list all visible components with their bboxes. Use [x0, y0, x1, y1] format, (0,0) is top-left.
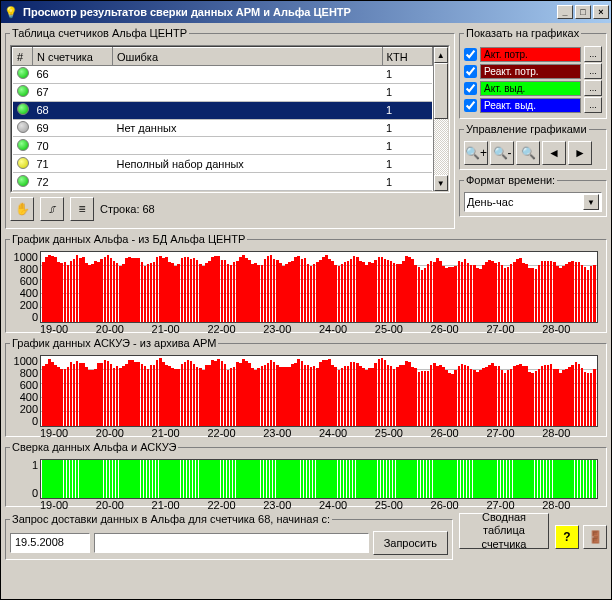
titlebar: 💡 Просмотр результатов сверки данных АРМ… [1, 1, 611, 23]
help-button[interactable]: ? [555, 525, 579, 549]
col-counter[interactable]: N счетчика [33, 48, 113, 66]
status-dot [17, 103, 29, 115]
summary-button[interactable]: Сводная таблица счетчика [459, 513, 549, 549]
pan-right-button[interactable]: ► [568, 141, 592, 165]
table-row[interactable]: 661 [13, 66, 433, 84]
legend-title: Показать на графиках [464, 27, 581, 39]
legend-more-button[interactable]: ... [584, 46, 602, 62]
chevron-down-icon: ▼ [583, 194, 599, 210]
legend-checkbox[interactable] [464, 99, 477, 112]
table-row[interactable]: 671 [13, 83, 433, 101]
tool-button-3[interactable]: ≡ [70, 197, 94, 221]
status-line: Строка: 68 [100, 203, 155, 215]
table-row[interactable]: 721 [13, 173, 433, 191]
status-dot [17, 67, 29, 79]
legend-swatch: Акт. выд. [480, 81, 581, 96]
legend-swatch: Реакт. потр. [480, 64, 581, 79]
chart-3-group: Сверка данных Альфа и АСКУЭ 10 19-0020-0… [5, 441, 607, 507]
chart-controls-title: Управление графиками [464, 123, 589, 135]
counters-table-title: Таблица счетчиков Альфа ЦЕНТР [10, 27, 189, 39]
tool-button-2[interactable]: ⎎ [40, 197, 64, 221]
close-button[interactable]: × [593, 5, 609, 19]
request-group: Запрос доставки данных в Альфа для счетч… [5, 513, 453, 560]
time-format-value: День-час [467, 196, 513, 208]
counters-table-group: Таблица счетчиков Альфа ЦЕНТР # N счетчи… [5, 27, 455, 229]
date-input[interactable]: 19.5.2008 [10, 533, 90, 553]
status-dot [17, 175, 29, 187]
time-format-group: Формат времени: День-час ▼ [459, 174, 607, 217]
table-row[interactable]: 701 [13, 137, 433, 155]
legend-swatch: Акт. потр. [480, 47, 581, 62]
legend-checkbox[interactable] [464, 65, 477, 78]
status-dot [17, 121, 29, 133]
legend-group: Показать на графиках Акт. потр....Реакт.… [459, 27, 607, 119]
minimize-button[interactable]: _ [557, 5, 573, 19]
maximize-button[interactable]: □ [575, 5, 591, 19]
zoom-in-button[interactable]: 🔍+ [464, 141, 488, 165]
chart-controls-group: Управление графиками 🔍+ 🔍- 🔍 ◄ ► [459, 123, 607, 170]
table-row[interactable]: 71Неполный набор данных1 [13, 155, 433, 173]
progress-bar [94, 533, 369, 553]
time-format-title: Формат времени: [464, 174, 557, 186]
zoom-reset-button[interactable]: 🔍 [516, 141, 540, 165]
legend-more-button[interactable]: ... [584, 97, 602, 113]
legend-swatch: Реакт. выд. [480, 98, 581, 113]
scroll-up-button[interactable]: ▲ [434, 47, 448, 63]
window-title: Просмотр результатов сверки данных АРМ и… [23, 6, 557, 18]
time-format-select[interactable]: День-час ▼ [464, 192, 602, 212]
status-dot [17, 85, 29, 97]
legend-checkbox[interactable] [464, 48, 477, 61]
zoom-out-button[interactable]: 🔍- [490, 141, 514, 165]
chart-1-group: График данных Альфа - из БД Альфа ЦЕНТР … [5, 233, 607, 333]
table-scrollbar[interactable]: ▲ ▼ [433, 47, 448, 191]
chart-1-title: График данных Альфа - из БД Альфа ЦЕНТР [10, 233, 247, 245]
legend-more-button[interactable]: ... [584, 63, 602, 79]
scroll-down-button[interactable]: ▼ [434, 175, 448, 191]
counters-table[interactable]: # N счетчика Ошибка КТН 66167168169Нет д… [12, 47, 433, 191]
table-row[interactable]: 69Нет данных1 [13, 119, 433, 137]
status-dot [17, 139, 29, 151]
request-title: Запрос доставки данных в Альфа для счетч… [10, 513, 332, 525]
app-icon: 💡 [3, 4, 19, 20]
tool-button-1[interactable]: ✋ [10, 197, 34, 221]
exit-button[interactable]: 🚪 [583, 525, 607, 549]
col-ktn[interactable]: КТН [382, 48, 432, 66]
legend-checkbox[interactable] [464, 82, 477, 95]
chart-2-group: График данных АСКУЭ - из архива АРМ 1000… [5, 337, 607, 437]
col-error[interactable]: Ошибка [113, 48, 383, 66]
status-dot [17, 157, 29, 169]
table-row[interactable]: 681 [13, 101, 433, 119]
chart-2-title: График данных АСКУЭ - из архива АРМ [10, 337, 218, 349]
col-status[interactable]: # [13, 48, 33, 66]
request-button[interactable]: Запросить [373, 531, 448, 555]
pan-left-button[interactable]: ◄ [542, 141, 566, 165]
scroll-thumb[interactable] [434, 63, 448, 119]
legend-more-button[interactable]: ... [584, 80, 602, 96]
chart-3-title: Сверка данных Альфа и АСКУЭ [10, 441, 178, 453]
